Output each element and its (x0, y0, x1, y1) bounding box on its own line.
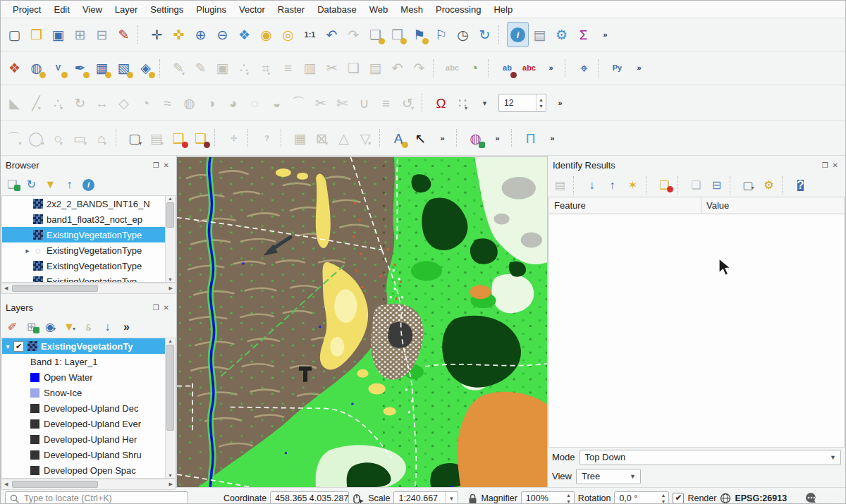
zoom-last-button[interactable]: ↶ (321, 22, 343, 47)
search-layers-plugin-button[interactable]: ⌖ (573, 56, 595, 81)
browser-filter-button[interactable]: ▼ (41, 176, 60, 194)
identify-close-button[interactable]: ✕ (830, 161, 840, 169)
layers-vertical-scrollbar[interactable]: ▲▼ (165, 338, 175, 478)
crs-globe-icon[interactable] (720, 493, 731, 504)
messages-icon[interactable] (804, 491, 819, 504)
data-source-manager-button[interactable]: ❖ (4, 56, 25, 81)
identify-float-button[interactable]: ❐ (820, 161, 830, 169)
new-shapefile-layer-button[interactable]: V (47, 56, 69, 81)
zoom-native-resolution-button[interactable]: 1:1 (299, 22, 321, 47)
menu-settings[interactable]: Settings (144, 3, 190, 16)
dropdown-arrow-icon[interactable]: ▾ (60, 140, 63, 147)
dropdown-arrow-icon[interactable]: ▾ (752, 185, 754, 191)
browser-horizontal-scrollbar[interactable]: ◀▶ (1, 283, 176, 294)
select-by-value-button[interactable]: ❑ (190, 125, 212, 151)
snapping-options-button[interactable]: ∷▾ (452, 90, 474, 116)
refresh-map-button[interactable]: ↻ (474, 22, 496, 47)
coordinate-field[interactable]: 458.365 4.035.287 (270, 491, 349, 504)
browser-properties-button[interactable]: i (79, 176, 98, 194)
new-project-button[interactable]: ▢ (4, 22, 25, 47)
dropdown-arrow-icon[interactable]: ▾ (42, 140, 44, 147)
browser-item[interactable]: ▸◌ExistingVegetationType (2, 242, 175, 258)
style-manager-button[interactable]: ✎ (113, 22, 135, 47)
map-canvas[interactable] (177, 156, 547, 487)
dropdown-arrow-icon[interactable]: ▾ (60, 105, 63, 111)
legend-item[interactable]: Snow-Ice (2, 385, 175, 400)
identify-help-button[interactable]: ? (790, 176, 811, 195)
browser-item[interactable]: ExistingVegetationType (2, 227, 175, 242)
browser-vertical-scrollbar[interactable]: ▲▼ (165, 196, 175, 282)
legend-item[interactable]: Developed-Upland Shru (2, 447, 175, 462)
save-project-button[interactable]: ▣ (47, 22, 69, 47)
open-project-button[interactable]: ❐ (25, 22, 47, 47)
expander-icon[interactable]: ▾ (2, 343, 13, 350)
legend-item[interactable]: Developed-Upland Dec (2, 400, 175, 416)
layers-overflow-button[interactable]: » (117, 318, 136, 336)
new-spatial-bookmark-button[interactable]: ⚑ (408, 22, 430, 47)
legend-item[interactable]: Open Water (2, 369, 175, 385)
dropdown-arrow-icon[interactable]: ▾ (104, 140, 106, 147)
open-layer-styling-button[interactable]: ✐ (3, 318, 22, 336)
menu-raster[interactable]: Raster (271, 3, 311, 16)
row3-overflow-button[interactable]: » (549, 90, 571, 116)
dropdown-arrow-icon[interactable]: ▾ (411, 105, 414, 111)
row2-overflow-button[interactable]: » (540, 56, 562, 81)
pan-map-button[interactable]: ✛ (146, 22, 168, 47)
dropdown-arrow-icon[interactable]: ▾ (465, 105, 467, 111)
clear-results-button[interactable]: ❑ (654, 176, 675, 195)
new-virtual-layer-button[interactable]: ▧ (113, 56, 135, 81)
dropdown-arrow-icon[interactable]: ▾ (139, 140, 142, 147)
zoom-to-layer-button[interactable]: ◎ (277, 22, 299, 47)
browser-item[interactable]: 2x2_2_BANDS_INT16_N (2, 196, 175, 211)
spin-arrows[interactable]: ▲▼ (536, 94, 546, 111)
dropdown-arrow-icon[interactable]: ▾ (246, 70, 249, 77)
zoom-full-button[interactable]: ❖ (233, 22, 255, 47)
row4-overflow-2-button[interactable]: » (486, 125, 508, 151)
dropdown-arrow-icon[interactable]: ▾ (89, 326, 92, 332)
pan-map-to-selection-button[interactable]: ✜ (168, 22, 190, 47)
snapping-tolerance-spinbox[interactable]: 12▲▼ (498, 94, 546, 112)
browser-float-button[interactable]: ❐ (151, 161, 161, 169)
dropdown-arrow-icon[interactable]: ▾ (73, 326, 75, 332)
dropdown-arrow-icon[interactable]: ▾ (84, 140, 87, 147)
show-hide-labels-button[interactable]: abc (518, 56, 540, 81)
db-manager-button[interactable]: ◍ (465, 125, 486, 151)
row4-overflow-3-button[interactable]: » (541, 125, 563, 151)
feature-column-header[interactable]: Feature (549, 197, 701, 214)
rotation-spinbox[interactable]: 0,0 ° ▲▼ (614, 491, 669, 504)
lock-scale-icon[interactable] (468, 493, 477, 504)
expand-tree-button[interactable]: ↓ (582, 176, 602, 195)
identify-settings-button[interactable]: ⚙ (759, 176, 779, 195)
enable-snapping-button[interactable]: Ω (430, 90, 452, 116)
metasearch-button[interactable]: Π (520, 125, 541, 151)
new-3d-map-view-button[interactable]: ❒ (386, 22, 408, 47)
menu-database[interactable]: Database (311, 3, 363, 16)
identify-features-button[interactable]: i (507, 22, 529, 47)
dropdown-arrow-icon[interactable]: ▾ (267, 70, 270, 77)
expand-collapse-all-button[interactable]: ↓ (98, 318, 117, 336)
new-temporary-scratch-layer-button[interactable]: ◈ (135, 56, 157, 81)
python-console-button[interactable]: Py (606, 56, 628, 81)
print-identified-response-button[interactable]: ⊟ (706, 176, 727, 195)
menu-project[interactable]: Project (6, 3, 47, 16)
legend-item[interactable]: Developed Open Spac (2, 462, 175, 478)
zoom-in-button[interactable]: ⊕ (190, 22, 212, 47)
layer-item[interactable]: ▾✔ExistingVegetationTy (2, 338, 175, 354)
temporal-controller-button[interactable]: ◷ (452, 22, 474, 47)
identify-results-table[interactable] (548, 214, 845, 448)
mouse-position-toggle-icon[interactable] (352, 493, 364, 504)
render-checkbox[interactable]: ✔ (673, 493, 684, 504)
dropdown-arrow-icon[interactable]: ▾ (38, 105, 41, 111)
zoom-to-selection-button[interactable]: ◉ (255, 22, 277, 47)
show-layout-manager-button[interactable]: ⊟ (91, 22, 113, 47)
manage-map-themes-button[interactable]: ◉▾ (41, 318, 60, 336)
menu-web[interactable]: Web (363, 3, 395, 16)
menu-vector[interactable]: Vector (233, 3, 271, 16)
menu-processing[interactable]: Processing (429, 3, 487, 16)
create-annotation-layer-button[interactable]: A▾ (388, 125, 410, 151)
browser-item[interactable]: ExistingVegetationType (2, 258, 175, 273)
statistical-summary-button[interactable]: ▤ (529, 22, 551, 47)
dropdown-arrow-icon[interactable]: ▾ (18, 140, 21, 147)
show-spatial-bookmarks-button[interactable]: ⚐ (430, 22, 452, 47)
value-column-header[interactable]: Value (701, 197, 844, 214)
